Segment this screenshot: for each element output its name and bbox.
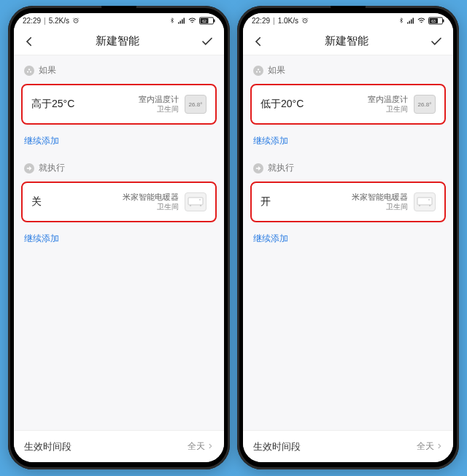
status-time: 22:29 <box>252 17 270 25</box>
effective-period-value: 全天 <box>188 440 205 453</box>
add-action-link[interactable]: 继续添加 <box>14 225 224 251</box>
content-area: 如果 低于20°C 室内温度计 卫生间 26.8° 继续添加 <box>243 55 453 462</box>
if-bullet-icon <box>253 66 263 76</box>
confirm-button[interactable] <box>199 35 215 48</box>
battery-icon: 62 <box>199 17 215 25</box>
svg-rect-13 <box>190 205 191 206</box>
svg-rect-20 <box>413 17 414 23</box>
content-spacer <box>14 251 224 430</box>
svg-rect-18 <box>409 20 411 23</box>
battery-icon: 63 <box>428 17 444 25</box>
then-section-header: 就执行 <box>14 153 224 179</box>
then-label: 就执行 <box>39 162 65 174</box>
condition-text: 高于25°C <box>31 98 74 111</box>
svg-point-27 <box>259 71 260 72</box>
then-section-header: 就执行 <box>243 153 453 179</box>
condition-card[interactable]: 低于20°C 室内温度计 卫生间 26.8° <box>250 84 446 125</box>
condition-device-room: 卫生间 <box>157 105 179 114</box>
thermometer-device-icon: 26.8° <box>185 95 207 114</box>
bluetooth-icon <box>398 17 404 24</box>
if-section-header: 如果 <box>14 55 224 81</box>
confirm-button[interactable] <box>428 35 444 48</box>
effective-period-row[interactable]: 生效时间段 全天 <box>14 430 224 462</box>
nav-bar: 新建智能 <box>243 28 453 55</box>
svg-point-9 <box>28 69 30 70</box>
svg-rect-22 <box>443 19 444 22</box>
effective-period-label: 生效时间段 <box>24 440 72 453</box>
thermometer-device-icon: 26.8° <box>414 95 436 114</box>
svg-rect-19 <box>411 19 412 23</box>
phone-frame-left: 22:29 | 5.2K/s 62 <box>8 6 230 469</box>
effective-period-value: 全天 <box>417 440 434 453</box>
action-card[interactable]: 关 米家智能电暖器 卫生间 <box>21 182 217 222</box>
content-area: 如果 高于25°C 室内温度计 卫生间 26.8° 继续添加 <box>14 55 224 462</box>
effective-period-row[interactable]: 生效时间段 全天 <box>243 430 453 462</box>
condition-device-room: 卫生间 <box>386 105 408 114</box>
status-time: 22:29 <box>23 17 41 25</box>
svg-point-31 <box>428 199 430 200</box>
action-device-room: 卫生间 <box>386 203 408 211</box>
svg-point-11 <box>30 71 31 72</box>
action-device-name: 米家智能电暖器 <box>352 192 408 202</box>
svg-rect-12 <box>188 198 203 205</box>
action-card[interactable]: 开 米家智能电暖器 卫生间 <box>250 182 446 222</box>
svg-rect-29 <box>419 205 420 206</box>
alarm-icon <box>72 17 80 24</box>
notch <box>331 6 366 12</box>
chevron-right-icon <box>436 442 443 452</box>
condition-text: 低于20°C <box>260 98 304 111</box>
svg-rect-1 <box>178 22 180 23</box>
back-button[interactable] <box>252 35 265 48</box>
phone-frame-right: 22:29 | 1.0K/s 63 <box>237 6 459 469</box>
if-bullet-icon <box>24 66 34 76</box>
if-label: 如果 <box>39 64 56 77</box>
svg-rect-30 <box>429 205 431 206</box>
signal-icon <box>407 17 414 24</box>
condition-device-name: 室内温度计 <box>139 95 179 104</box>
heater-device-icon <box>414 192 436 211</box>
svg-text:63: 63 <box>431 18 436 23</box>
then-arrow-icon <box>24 163 34 173</box>
if-section-header: 如果 <box>243 55 453 81</box>
heater-device-icon <box>185 192 207 211</box>
action-text: 开 <box>260 195 271 208</box>
svg-point-15 <box>199 199 201 200</box>
page-title: 新建智能 <box>96 34 139 48</box>
svg-rect-3 <box>182 19 183 23</box>
bluetooth-icon <box>169 17 175 24</box>
status-bar: 22:29 | 1.0K/s 63 <box>243 13 453 28</box>
nav-bar: 新建智能 <box>14 28 224 55</box>
svg-point-26 <box>256 71 258 72</box>
svg-rect-14 <box>200 205 201 206</box>
back-button[interactable] <box>23 35 36 48</box>
svg-rect-6 <box>214 19 215 22</box>
svg-rect-2 <box>180 20 182 23</box>
screen: 22:29 | 1.0K/s 63 <box>243 13 453 462</box>
action-device-name: 米家智能电暖器 <box>123 192 179 202</box>
wifi-icon <box>417 17 425 24</box>
effective-period-label: 生效时间段 <box>253 440 301 453</box>
then-arrow-icon <box>253 163 263 173</box>
add-condition-link[interactable]: 继续添加 <box>14 128 224 153</box>
add-action-link[interactable]: 继续添加 <box>243 225 453 251</box>
alarm-icon <box>301 17 309 24</box>
if-label: 如果 <box>268 64 285 77</box>
status-network-speed: 5.2K/s <box>49 17 69 25</box>
condition-device-name: 室内温度计 <box>368 95 408 104</box>
screen: 22:29 | 5.2K/s 62 <box>14 13 224 462</box>
svg-point-25 <box>258 69 259 70</box>
action-device-room: 卫生间 <box>157 203 179 211</box>
action-text: 关 <box>31 195 42 208</box>
condition-card[interactable]: 高于25°C 室内温度计 卫生间 26.8° <box>21 84 217 125</box>
page-title: 新建智能 <box>325 34 368 48</box>
status-bar: 22:29 | 5.2K/s 62 <box>14 13 224 28</box>
status-divider: | <box>273 17 275 25</box>
svg-text:62: 62 <box>202 18 207 23</box>
wifi-icon <box>188 17 196 24</box>
add-condition-link[interactable]: 继续添加 <box>243 128 453 153</box>
notch <box>101 6 136 12</box>
chevron-right-icon <box>207 442 214 452</box>
status-divider: | <box>44 17 46 25</box>
signal-icon <box>178 17 185 24</box>
svg-rect-17 <box>407 22 409 23</box>
